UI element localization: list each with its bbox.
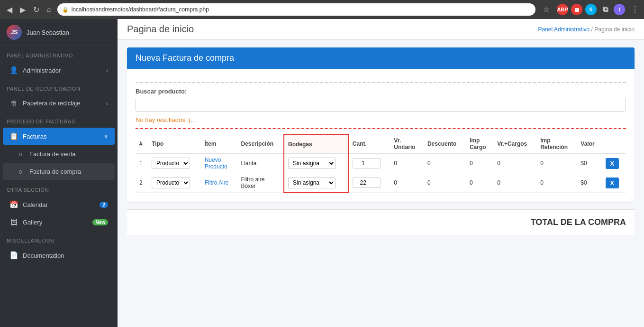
reload-button[interactable]: ↻: [31, 3, 41, 16]
bookmark-icon[interactable]: ☆: [543, 5, 549, 14]
abp-extension[interactable]: ABP: [557, 4, 568, 15]
sidebar-item-administrador[interactable]: 👤 Administrador ‹: [3, 62, 115, 79]
row1-vr-cargos: 0: [493, 154, 536, 173]
row2-vr-cargos: 0: [493, 173, 536, 193]
home-button[interactable]: ⌂: [45, 3, 54, 16]
circle-compra-icon: ○: [16, 168, 25, 176]
bodega-select-2[interactable]: Sin asigna: [288, 177, 336, 188]
sidebar-label-facturas: Facturas: [23, 133, 47, 140]
col-bodegas: Bodegas: [284, 134, 348, 154]
row2-bodega: Sin asigna: [284, 173, 348, 193]
bodega-select-1[interactable]: Sin asigna: [288, 158, 336, 169]
total-row: TOTAL DE LA COMPRA: [127, 209, 635, 235]
col-imp-cargo: ImpCargo: [466, 134, 493, 154]
sidebar-item-calendar[interactable]: 📅 Calendar 2: [3, 196, 115, 213]
item-link-1[interactable]: NuevoProducto: [205, 157, 227, 170]
sidebar-label-factura-venta: Factura de venta: [29, 150, 76, 158]
invoice-card: Nueva Factura de compra Buscar producto:…: [127, 47, 635, 202]
sidebar-item-factura-compra[interactable]: ○ Factura de compra: [3, 163, 115, 180]
section-label-recuperacion: Panel de Recuperación: [0, 79, 118, 94]
chevron-papelera-icon: ‹: [106, 101, 108, 106]
qty-input-1[interactable]: [353, 158, 381, 168]
gallery-new-badge: New: [92, 219, 108, 225]
tipo-select-2[interactable]: Producto Servicio: [152, 177, 190, 188]
calendar-icon: 📅: [9, 200, 18, 209]
qty-input-2[interactable]: [353, 178, 381, 188]
col-actions: [602, 134, 626, 154]
puzzle-extension[interactable]: ⧉: [599, 4, 611, 15]
url-bar[interactable]: 🔒 localhost/andresmotos/dashboard/factur…: [57, 3, 535, 16]
search-input[interactable]: [136, 98, 626, 112]
gallery-icon: 🖼: [9, 218, 18, 226]
row1-valor: $0: [577, 154, 601, 173]
breadcrumb-panel-link[interactable]: Panel Administrativo: [538, 26, 590, 33]
col-imp-retencion: ImpRetención: [536, 134, 577, 154]
delete-button-2[interactable]: X: [606, 178, 619, 188]
sidebar-item-factura-venta[interactable]: ○ Factura de venta: [3, 146, 115, 162]
row2-valor: $0: [577, 173, 601, 193]
sidebar-item-documentation[interactable]: 📄 Documentation: [3, 247, 115, 264]
trash-icon: 🗑: [9, 99, 18, 107]
breadcrumb-current: Pagina de inicio: [594, 26, 635, 33]
item-link-2[interactable]: Filtro Aire: [205, 179, 229, 186]
sidebar-label-administrador: Administrador: [23, 67, 61, 74]
table-row: 1 Producto Servicio NuevoProducto: [136, 154, 626, 173]
sidebar-item-gallery[interactable]: 🖼 Gallery New: [3, 214, 115, 231]
skype-extension[interactable]: S: [585, 4, 597, 15]
profile-extension[interactable]: I: [614, 4, 625, 15]
row2-imp-cargo: 0: [466, 173, 493, 193]
row2-item: Filtro Aire: [201, 173, 237, 193]
extensions-area: ABP ▦ S ⧉ I: [557, 4, 625, 15]
sidebar-label-papelera: Papelera de reciclaje: [23, 100, 80, 107]
sidebar-item-papelera[interactable]: 🗑 Papelera de reciclaje ‹: [3, 95, 115, 112]
facturas-icon: 📋: [9, 132, 18, 140]
page-title: Pagina de inicio: [127, 24, 194, 35]
person-icon: 👤: [9, 66, 18, 75]
row1-delete: X: [602, 154, 626, 173]
avatar: JS: [7, 25, 22, 40]
col-item: Ítem: [201, 134, 237, 154]
browser-chrome: ◀ ▶ ↻ ⌂ 🔒 localhost/andresmotos/dashboar…: [0, 0, 644, 19]
doc-icon: 📄: [9, 251, 18, 260]
breadcrumb: Panel Administrativo / Pagina de inicio: [538, 26, 635, 33]
col-vr-cargos: Vr.+Cargos: [493, 134, 536, 154]
col-cant: Cant.: [348, 134, 390, 154]
chevron-facturas-icon: ∨: [104, 133, 108, 140]
tipo-select-1[interactable]: Producto Servicio: [152, 158, 190, 169]
app-layout: JS Juan Sebastian Panel Administrativo 👤…: [0, 19, 644, 327]
col-num: #: [136, 134, 148, 154]
col-descripcion: Descripción: [237, 134, 284, 154]
section-label-panel: Panel Administrativo: [0, 46, 118, 61]
row2-imp-retencion: 0: [536, 173, 577, 193]
ext2-button[interactable]: ▦: [571, 4, 582, 15]
delete-button-1[interactable]: X: [606, 158, 619, 169]
url-text: localhost/andresmotos/dashboard/factura_…: [72, 6, 209, 13]
lock-icon: 🔒: [62, 7, 69, 13]
row2-vr-unitario: 0: [390, 173, 424, 193]
row2-descripcion: Filtro aireBóxer: [237, 173, 284, 193]
invoice-table: # Tipo Ítem Descripción Bodegas Cant. Vr…: [136, 134, 626, 193]
row1-cant: [348, 154, 390, 173]
calendar-badge: 2: [100, 202, 108, 208]
col-vr-unitario: Vr.Unitario: [390, 134, 424, 154]
back-button[interactable]: ◀: [5, 3, 14, 16]
row2-cant: [348, 173, 390, 193]
section-label-misc: MISCELLANEOUS: [0, 231, 118, 246]
table-row: 2 Producto Servicio Filtro Aire: [136, 173, 626, 193]
sidebar-label-documentation: Documentation: [23, 252, 64, 259]
sidebar-header: JS Juan Sebastian: [0, 19, 118, 46]
browser-menu-icon[interactable]: ⋮: [631, 4, 639, 15]
card-body: Buscar producto: No hay resultados :(...…: [127, 69, 635, 202]
forward-button[interactable]: ▶: [18, 3, 27, 16]
row2-num: 2: [136, 173, 148, 193]
sidebar: JS Juan Sebastian Panel Administrativo 👤…: [0, 19, 118, 327]
row1-num: 1: [136, 154, 148, 173]
row2-delete: X: [602, 173, 626, 193]
col-tipo: Tipo: [148, 134, 201, 154]
row2-tipo: Producto Servicio: [148, 173, 201, 193]
card-header: Nueva Factura de compra: [127, 47, 635, 69]
row2-descuento: 0: [424, 173, 466, 193]
content-area: Nueva Factura de compra Buscar producto:…: [118, 40, 644, 243]
sidebar-item-facturas[interactable]: 📋 Facturas ∨: [3, 128, 115, 145]
bottom-divider: [136, 128, 626, 129]
